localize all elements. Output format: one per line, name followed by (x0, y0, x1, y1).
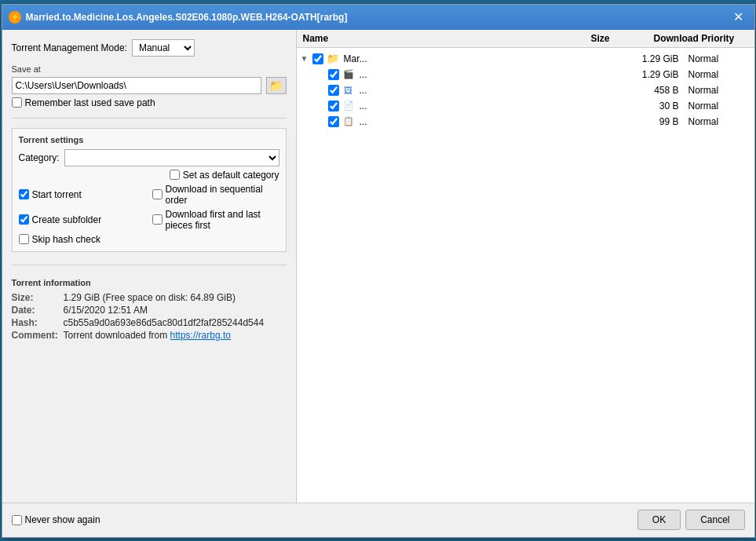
info-size-val: 1.29 GiB (Free space on disk: 64.89 GiB) (64, 292, 236, 303)
save-path-row: 📁 (12, 77, 287, 94)
browse-button[interactable]: 📁 (266, 77, 287, 94)
torrent-info-title: Torrent information (12, 278, 287, 287)
tree-row[interactable]: 📄 ... 30 B Normal (297, 98, 754, 114)
folder-icon: 📁 (327, 53, 339, 65)
download-sequential-label[interactable]: Download in sequential order (152, 184, 279, 206)
dialog-title: Married.to.Medicine.Los.Angeles.S02E06.1… (26, 12, 725, 23)
file-size: 1.29 GiB (623, 53, 685, 64)
text-file-icon: 📄 (342, 100, 355, 112)
separator-2 (12, 265, 287, 265)
rarbg-link[interactable]: https://rarbg.to (170, 330, 231, 341)
file-tree-body: ▼ 📁 Mar... 1.29 GiB Normal 🎬 ... 1.29 Gi… (297, 48, 754, 503)
col-size: Size (591, 33, 654, 44)
close-button[interactable]: ✕ (729, 8, 748, 27)
save-at-label: Save at (12, 64, 287, 74)
file-size: 30 B (623, 101, 685, 111)
skip-hash-text: Skip hash check (32, 234, 100, 245)
doc-file-icon: 📋 (342, 115, 355, 128)
management-mode-row: Torrent Management Mode: Manual (12, 39, 287, 57)
ok-button[interactable]: OK (637, 510, 681, 530)
file-priority: Normal (688, 85, 751, 96)
file-size: 1.29 GiB (623, 69, 685, 80)
col-priority: Download Priority (654, 33, 748, 44)
app-icon: ⚡ (9, 11, 21, 24)
file-checkbox[interactable] (328, 116, 339, 127)
download-first-last-checkbox[interactable] (152, 214, 163, 225)
skip-hash-checkbox[interactable] (19, 234, 29, 244)
info-hash-row: Hash: c5b55a9d0a693e86d5ac80d1df2faf2852… (12, 317, 287, 328)
set-default-row: Set as default category (19, 170, 279, 181)
image-file-icon: 🖼 (342, 84, 355, 97)
download-first-last-text: Download first and last pieces first (166, 209, 279, 231)
create-subfolder-label[interactable]: Create subfolder (19, 209, 146, 231)
file-priority: Normal (688, 101, 751, 111)
info-comment-text: Torrent downloaded from https://rarbg.to (64, 330, 231, 341)
checkboxes-grid: Start torrent Download in sequential ord… (19, 184, 279, 245)
set-default-label: Set as default category (183, 170, 279, 181)
start-torrent-checkbox[interactable] (19, 189, 29, 199)
file-checkbox[interactable] (328, 101, 339, 111)
management-mode-label: Torrent Management Mode: (12, 42, 127, 53)
start-torrent-text: Start torrent (32, 189, 82, 200)
start-torrent-label[interactable]: Start torrent (19, 184, 146, 206)
info-date-val: 6/15/2020 12:51 AM (64, 305, 148, 316)
tree-row[interactable]: ▼ 📁 Mar... 1.29 GiB Normal (297, 51, 754, 67)
cancel-button[interactable]: Cancel (685, 510, 744, 530)
category-label: Category: (19, 152, 60, 163)
torrent-settings-title: Torrent settings (19, 135, 279, 144)
create-subfolder-checkbox[interactable] (19, 214, 29, 225)
file-priority: Normal (688, 53, 751, 64)
file-priority: Normal (688, 69, 751, 80)
info-comment-row: Comment: Torrent downloaded from https:/… (12, 330, 287, 341)
col-name: Name (303, 33, 591, 44)
management-mode-select[interactable]: Manual (132, 39, 195, 57)
download-sequential-checkbox[interactable] (152, 189, 163, 199)
category-row: Category: (19, 149, 279, 166)
info-comment-key: Comment: (12, 330, 59, 341)
file-checkbox[interactable] (312, 53, 323, 64)
bottom-bar: Never show again OK Cancel (2, 503, 754, 537)
separator-1 (12, 118, 287, 119)
remember-path-checkbox-label[interactable]: Remember last used save path (12, 97, 287, 108)
download-first-last-label[interactable]: Download first and last pieces first (152, 209, 279, 231)
tree-row[interactable]: 🎬 ... 1.29 GiB Normal (297, 67, 754, 82)
torrent-settings-section: Torrent settings Category: Set as defaul… (12, 128, 287, 252)
file-size: 99 B (623, 116, 685, 127)
tree-row[interactable]: 📋 ... 99 B Normal (297, 114, 754, 130)
download-sequential-text: Download in sequential order (166, 184, 279, 206)
file-name: ... (360, 69, 619, 80)
file-checkbox[interactable] (328, 69, 339, 80)
category-select[interactable] (64, 149, 279, 166)
file-name: Mar... (344, 53, 619, 64)
never-show-checkbox[interactable] (12, 515, 22, 525)
set-default-label-wrap[interactable]: Set as default category (170, 170, 279, 181)
left-panel: Torrent Management Mode: Manual Save at … (2, 30, 297, 503)
info-size-key: Size: (12, 292, 59, 303)
dialog-window: ⚡ Married.to.Medicine.Los.Angeles.S02E06… (2, 4, 755, 538)
never-show-text: Never show again (25, 514, 100, 525)
file-name: ... (360, 101, 619, 111)
never-show-label[interactable]: Never show again (12, 514, 100, 525)
file-size: 458 B (623, 85, 685, 96)
info-hash-val: c5b55a9d0a693e86d5ac80d1df2faf285244d544 (64, 317, 265, 328)
file-tree-header: Name Size Download Priority (297, 30, 754, 48)
file-priority: Normal (688, 116, 751, 127)
main-content: Torrent Management Mode: Manual Save at … (2, 30, 754, 503)
right-panel: Name Size Download Priority ▼ 📁 Mar... 1… (297, 30, 754, 503)
title-bar: ⚡ Married.to.Medicine.Los.Angeles.S02E06… (2, 5, 754, 30)
skip-hash-label[interactable]: Skip hash check (19, 234, 146, 245)
info-date-row: Date: 6/15/2020 12:51 AM (12, 305, 287, 316)
expand-icon: ▼ (300, 54, 309, 64)
info-date-key: Date: (12, 305, 59, 316)
file-checkbox[interactable] (328, 85, 339, 96)
save-path-input[interactable] (12, 77, 261, 94)
remember-path-checkbox[interactable] (12, 97, 22, 108)
video-file-icon: 🎬 (342, 68, 355, 81)
remember-path-label: Remember last used save path (25, 97, 155, 108)
file-name: ... (360, 85, 619, 96)
tree-row[interactable]: 🖼 ... 458 B Normal (297, 82, 754, 98)
file-name: ... (360, 116, 619, 127)
set-default-checkbox[interactable] (170, 170, 180, 180)
info-hash-key: Hash: (12, 317, 59, 328)
create-subfolder-text: Create subfolder (32, 214, 102, 225)
